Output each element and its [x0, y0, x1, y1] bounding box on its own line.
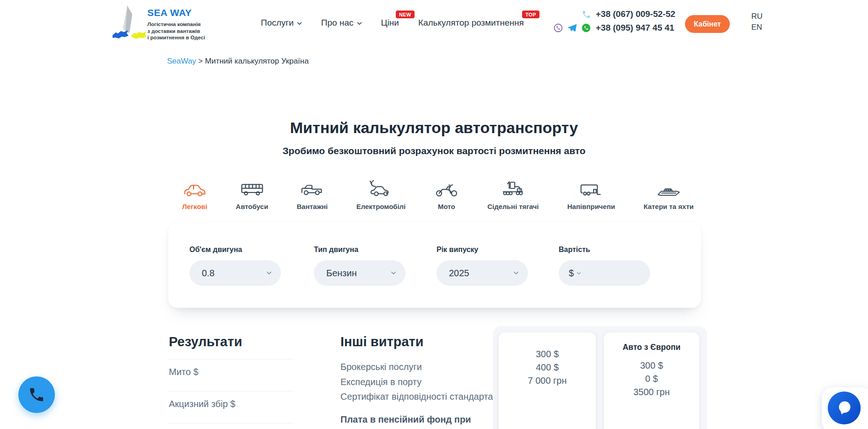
bus-icon: [240, 177, 264, 198]
results-section: Результати Мито $ Акцизний збір $: [169, 334, 293, 429]
result-row-excise: Акцизний збір $: [169, 391, 293, 423]
breadcrumb-current: Митний калькулятор Україна: [205, 57, 309, 65]
page-title: Митний калькулятор автотранспорту: [0, 119, 868, 137]
chat-icon: [835, 399, 853, 417]
truck-icon: [300, 177, 324, 198]
tab-electric-cars[interactable]: Електромобілі: [356, 177, 406, 210]
engine-volume-field: Об'єм двигуна 0.8: [189, 246, 281, 286]
tab-semi-trailers[interactable]: Напівпричепи: [567, 177, 615, 210]
language-switcher: RU EN: [751, 12, 763, 32]
lang-en[interactable]: EN: [751, 23, 763, 32]
breadcrumb-separator: >: [198, 57, 203, 65]
chevron-down-icon: [357, 22, 362, 25]
header-contacts: +38 (067) 009-52-52 +38 (095) 947 45 41: [552, 9, 675, 33]
logo-title: SEA WAY: [147, 7, 205, 18]
engine-type-field: Тип двигуна Бензин: [314, 246, 405, 286]
price-card-values: 300 $ 400 $ 7 000 грн: [499, 348, 596, 387]
yacht-icon: [656, 177, 681, 198]
semi-truck-icon: [501, 177, 525, 198]
phone-number-1[interactable]: +38 (067) 009-52-52: [596, 9, 675, 19]
breadcrumb-home-link[interactable]: SeaWay: [167, 57, 196, 65]
nav-item-prices[interactable]: Ціни NEW: [381, 18, 399, 28]
currency-select[interactable]: $: [569, 268, 574, 279]
messenger-icons: [552, 22, 596, 33]
chevron-down-icon: [266, 271, 272, 275]
tab-cars[interactable]: Легкові: [182, 177, 207, 210]
engine-type-select[interactable]: Бензин: [314, 260, 405, 286]
tab-moto[interactable]: Мото: [434, 177, 459, 210]
results-list: Мито $ Акцизний збір $: [169, 359, 293, 429]
new-badge: NEW: [396, 11, 415, 18]
nav-item-about[interactable]: Про нас: [321, 18, 362, 28]
page-subtitle: Зробимо безкоштовний розрахунок вартості…: [0, 145, 868, 156]
phone-icon: [582, 10, 591, 19]
call-button[interactable]: [18, 376, 55, 413]
logo-sail-shape: [125, 5, 132, 33]
cost-input[interactable]: [581, 268, 641, 279]
breadcrumb: SeaWay > Митний калькулятор Україна: [167, 57, 309, 66]
other-costs-title: Інші витрати: [340, 334, 510, 349]
tab-boats-yachts[interactable]: Катери та яхти: [644, 177, 694, 210]
logo-text-block[interactable]: SEA WAY Логістична компанія з доставки в…: [147, 7, 205, 41]
result-row-next: [169, 423, 293, 429]
chevron-down-icon[interactable]: [577, 272, 581, 275]
nav-item-customs-calculator[interactable]: Калькулятор розмитнення TOP: [418, 18, 524, 28]
trailer-icon: [579, 177, 604, 198]
top-badge: TOP: [522, 11, 539, 18]
field-label: Вартість: [559, 246, 650, 254]
results-title: Результати: [169, 334, 293, 349]
car-icon: [182, 177, 207, 198]
whatsapp-icon[interactable]: [581, 23, 591, 33]
cost-field: Вартість $: [559, 246, 650, 286]
chevron-down-icon: [297, 22, 302, 25]
price-card-europe: Авто з Європи 300 $ 0 $ 3500 грн: [604, 332, 699, 429]
main-nav: Послуги Про нас Ціни NEW Калькулятор роз…: [261, 0, 524, 46]
engine-volume-select[interactable]: 0.8: [189, 260, 281, 286]
cost-input-wrap: $: [559, 260, 650, 286]
telegram-icon[interactable]: [567, 22, 577, 33]
cabinet-button[interactable]: Кабінет: [685, 15, 730, 33]
logo-yellow-fish: [131, 32, 146, 39]
price-card-title: Авто з Європи: [604, 343, 699, 352]
result-row-duty: Мито $: [169, 359, 293, 391]
field-label: Рік випуску: [437, 246, 528, 254]
other-costs-list: Брокерські послуги Експедиція в порту Се…: [340, 359, 510, 404]
chevron-down-icon: [391, 271, 396, 275]
tab-semi-trucks[interactable]: Сідельні тягачі: [487, 177, 539, 210]
price-card-values: 300 $ 0 $ 3500 грн: [604, 359, 699, 399]
field-label: Тип двигуна: [314, 246, 405, 254]
chat-widget: [822, 387, 868, 429]
field-label: Об'єм двигуна: [189, 246, 281, 254]
tab-buses[interactable]: Автобуси: [236, 177, 268, 210]
phone-icon-cell: [552, 10, 596, 19]
vehicle-type-tabs: Легкові Автобуси Вантажні: [182, 177, 694, 210]
year-field: Рік випуску 2025: [437, 246, 528, 286]
pension-fund-note: Плата в пенсійний фонд при реєстрації МР…: [340, 412, 478, 429]
motorcycle-icon: [434, 177, 459, 198]
logo-tagline: Логістична компанія з доставки вантажів …: [147, 21, 205, 41]
lang-ru[interactable]: RU: [751, 12, 763, 21]
list-item: Брокерські послуги: [340, 359, 510, 375]
tab-trucks[interactable]: Вантажні: [297, 177, 328, 210]
price-card-generic: 300 $ 400 $ 7 000 грн: [499, 332, 596, 429]
phone-icon: [28, 386, 45, 403]
phone-number-2[interactable]: +38 (095) 947 45 41: [596, 23, 675, 33]
viber-icon[interactable]: [553, 23, 563, 33]
chevron-down-icon: [513, 271, 519, 275]
chat-button[interactable]: [828, 391, 861, 424]
nav-item-services[interactable]: Послуги: [261, 18, 302, 28]
calculator-form-card: Об'єм двигуна 0.8 Тип двигуна Бензин Рік…: [168, 223, 701, 308]
other-costs-section: Інші витрати Брокерські послуги Експедиц…: [340, 334, 510, 429]
year-select[interactable]: 2025: [437, 260, 528, 286]
electric-car-icon: [369, 177, 394, 198]
seaway-logo-icon[interactable]: [109, 4, 146, 42]
list-item: Експедиція в порту: [340, 375, 510, 390]
list-item: Сертифікат відповідності стандартам: [340, 389, 510, 404]
logo-blue-fish: [113, 30, 129, 38]
